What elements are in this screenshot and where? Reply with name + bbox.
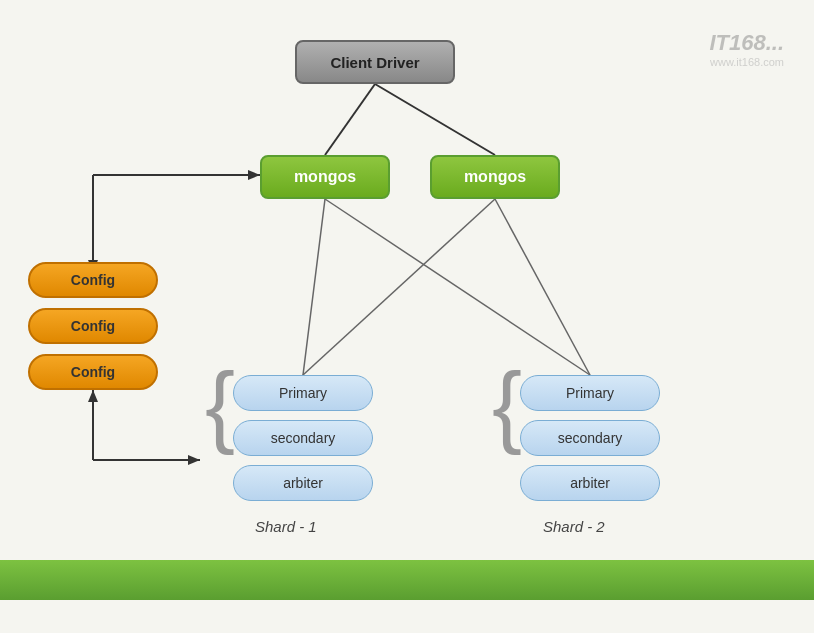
mongos-left-label: mongos <box>294 168 356 186</box>
shard1-label: Shard - 1 <box>255 518 317 535</box>
config-label-2: Config <box>71 318 115 334</box>
shard1-brace: { <box>205 360 235 450</box>
svg-line-4 <box>303 199 495 375</box>
shard1-primary-node: Primary <box>233 375 373 411</box>
shard2-label: Shard - 2 <box>543 518 605 535</box>
shard2-primary-node: Primary <box>520 375 660 411</box>
config-box-1: Config <box>28 262 158 298</box>
svg-line-2 <box>303 199 325 375</box>
connection-lines <box>0 0 814 600</box>
watermark-line1: IT168... <box>709 30 784 56</box>
shard1-arbiter-label: arbiter <box>283 475 323 491</box>
config-box-3: Config <box>28 354 158 390</box>
svg-line-3 <box>325 199 590 375</box>
shard2-secondary-label: secondary <box>558 430 623 446</box>
svg-marker-13 <box>88 390 98 402</box>
diagram-container: IT168... www.it168.com Client Driver mon… <box>0 0 814 600</box>
svg-line-1 <box>375 84 495 155</box>
shard1-secondary-label: secondary <box>271 430 336 446</box>
watermark: IT168... www.it168.com <box>709 30 784 68</box>
mongos-right-box: mongos <box>430 155 560 199</box>
shard2-brace: { <box>492 360 522 450</box>
svg-marker-12 <box>188 455 200 465</box>
shard2-arbiter-label: arbiter <box>570 475 610 491</box>
watermark-line2: www.it168.com <box>709 56 784 68</box>
config-label-3: Config <box>71 364 115 380</box>
config-label-1: Config <box>71 272 115 288</box>
mongos-right-label: mongos <box>464 168 526 186</box>
mongos-left-box: mongos <box>260 155 390 199</box>
svg-line-0 <box>325 84 375 155</box>
shard2-arbiter-node: arbiter <box>520 465 660 501</box>
client-driver-label: Client Driver <box>330 54 419 71</box>
client-driver-box: Client Driver <box>295 40 455 84</box>
config-box-2: Config <box>28 308 158 344</box>
shard1-secondary-node: secondary <box>233 420 373 456</box>
svg-line-5 <box>495 199 590 375</box>
shard2-primary-label: Primary <box>566 385 614 401</box>
shard1-arbiter-node: arbiter <box>233 465 373 501</box>
svg-marker-10 <box>248 170 260 180</box>
shard1-primary-label: Primary <box>279 385 327 401</box>
shard2-secondary-node: secondary <box>520 420 660 456</box>
bottom-bar <box>0 560 814 600</box>
